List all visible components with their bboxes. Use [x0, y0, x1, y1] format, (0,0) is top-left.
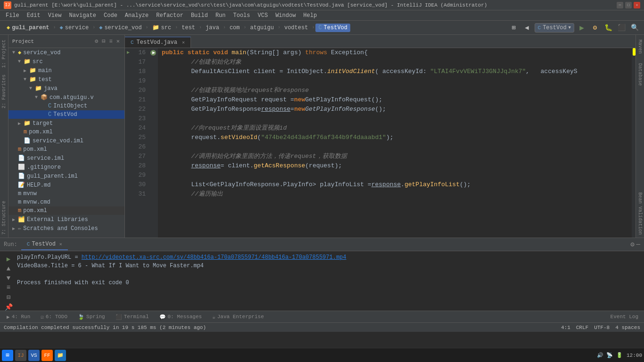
start-button[interactable]: ⊞ — [2, 350, 13, 361]
run-restart-button[interactable]: ▶ — [7, 255, 10, 263]
maven-panel-tab[interactable]: Maven — [636, 37, 644, 57]
sidebar-gear-icon[interactable]: ⚙ — [94, 37, 99, 46]
tree-pom-root[interactable]: ▶ m pom.xml — [8, 145, 124, 154]
tree-mvnw-cmd[interactable]: ▶ m mvnw.cmd — [8, 198, 124, 206]
tab-testvod-java[interactable]: C TestVod.java ✕ — [125, 37, 191, 48]
menu-build[interactable]: Build — [187, 11, 212, 20]
back-button[interactable]: ◀ — [521, 22, 533, 33]
tree-pom-service-vod[interactable]: ▶ m pom.xml — [8, 128, 124, 136]
tree-pom-highlighted[interactable]: ▶ m pom.xml — [8, 206, 124, 215]
debug-button[interactable]: 🐛 — [603, 22, 614, 33]
stop-button[interactable]: ⬛ — [616, 22, 627, 33]
menu-help[interactable]: Help — [299, 11, 321, 20]
run-config-dropdown[interactable]: C TestVod ▼ — [535, 23, 574, 33]
event-log-tab[interactable]: Event Log — [607, 313, 642, 320]
tree-test-vod[interactable]: ▶ C TestVod — [8, 110, 124, 119]
breadcrumb-test[interactable]: test — [179, 24, 198, 32]
sidebar-settings-icon[interactable]: ≡ — [108, 37, 114, 46]
run-scroll-bottom-button[interactable]: ▼ — [7, 274, 10, 282]
tree-service-iml[interactable]: ▶ 📄 service.iml — [8, 154, 124, 163]
tree-com-atguigu[interactable]: ▼ 📦 com.atguigu.v — [8, 93, 124, 102]
run-url-link[interactable]: http://videotest.xa-src.com/sv/48bb416a-… — [82, 254, 347, 261]
database-panel-tab[interactable]: Database — [636, 60, 644, 89]
menu-window[interactable]: Window — [272, 11, 299, 20]
structure-panel-tab[interactable]: 7: Structure — [0, 198, 8, 238]
menu-view[interactable]: View — [44, 11, 66, 20]
menu-run[interactable]: Run — [212, 11, 230, 20]
menu-navigate[interactable]: Navigate — [65, 11, 100, 20]
breadcrumb-service-vod[interactable]: ◆ service_vod — [96, 23, 144, 32]
maximize-button[interactable]: □ — [625, 2, 632, 8]
menu-analyze[interactable]: Analyze — [121, 11, 152, 20]
close-button[interactable]: ✕ — [634, 2, 640, 8]
indent-settings[interactable]: 4 spaces — [615, 325, 640, 330]
minimize-button[interactable]: ─ — [617, 2, 623, 8]
search-button[interactable]: 🔍 — [629, 22, 640, 33]
tab-close-button[interactable]: ✕ — [182, 40, 185, 45]
breadcrumb-atguigu[interactable]: atguigu — [248, 24, 277, 32]
bottom-tab-terminal[interactable]: ⬛ Terminal — [111, 313, 154, 321]
start-icon: ⊞ — [6, 352, 9, 359]
taskbar-file-manager[interactable]: 📁 — [55, 350, 66, 361]
taskbar-intellij[interactable]: IJ — [15, 350, 26, 361]
taskbar-vscode[interactable]: VS — [28, 350, 40, 361]
tree-target[interactable]: ▶ 📁 target — [8, 119, 124, 128]
run-button[interactable]: ▶ — [576, 22, 587, 33]
todo-icon: ☑ — [41, 314, 44, 320]
breadcrumb-com[interactable]: com — [227, 24, 243, 32]
tree-service-vod-iml[interactable]: ▶ 📄 service_vod.iml — [8, 136, 124, 145]
run-clear-button[interactable]: ⊟ — [7, 293, 10, 301]
bottom-tab-todo[interactable]: ☑ 6: TODO — [36, 313, 72, 321]
favorites-panel-tab[interactable]: 2: Favorites — [0, 72, 8, 111]
bottom-tab-spring[interactable]: 🍃 Spring — [73, 313, 110, 321]
code-text-area[interactable]: public static void main(String[] args) t… — [158, 48, 632, 238]
run-wrap-button[interactable]: ≡ — [7, 284, 10, 291]
tree-scratches-consoles[interactable]: ▶ ✏️ Scratches and Consoles — [8, 224, 124, 233]
tree-guli-parent-iml[interactable]: ▶ 📄 guli_parent.iml — [8, 172, 124, 181]
build-button[interactable]: ⚙ — [589, 22, 601, 33]
breadcrumb-vodtest[interactable]: vodtest — [281, 24, 311, 32]
breadcrumb-java[interactable]: java — [203, 24, 222, 32]
breadcrumb-src[interactable]: 📁 src — [149, 23, 174, 32]
menu-code[interactable]: Code — [100, 11, 121, 20]
menu-tools[interactable]: Tools — [230, 11, 254, 20]
breadcrumb-guli-parent[interactable]: ◆ guli_parent — [4, 23, 52, 32]
project-panel-tab[interactable]: 1: Project — [0, 37, 8, 71]
menu-edit[interactable]: Edit — [23, 11, 44, 20]
tree-main[interactable]: ▶ 📁 main — [8, 66, 124, 75]
run-settings-icon[interactable]: ⚙ — [630, 240, 634, 248]
run-tab-close-btn[interactable]: ✕ — [59, 241, 62, 247]
breadcrumb-testvod[interactable]: C TestVod — [315, 24, 350, 32]
editor-scrollbar[interactable] — [632, 48, 636, 238]
taskbar-browser[interactable]: FF — [41, 350, 53, 361]
menu-refactor[interactable]: Refactor — [152, 11, 187, 20]
tree-gitignore[interactable]: ▶ ⬜ .gitignore — [8, 163, 124, 172]
cursor-position[interactable]: 4:1 — [561, 325, 570, 330]
run-pin-button[interactable]: 📌 — [5, 303, 13, 311]
run-minimize-icon[interactable]: ─ — [636, 241, 640, 248]
menu-vcs[interactable]: VCS — [254, 11, 272, 20]
tree-help-md[interactable]: ▶ 📝 HELP.md — [8, 181, 124, 189]
tree-external-libraries[interactable]: ▶ 🗂️ External Libraries — [8, 215, 124, 224]
bottom-tab-java-enterprise[interactable]: ☕ Java Enterprise — [207, 313, 269, 321]
run-line-icon[interactable] — [150, 49, 157, 56]
run-arrow-icon[interactable]: ▶ — [127, 48, 130, 58]
menu-file[interactable]: File — [2, 11, 23, 20]
bean-validation-panel-tab[interactable]: Bean Validation — [636, 189, 644, 238]
sidebar-layout-icon[interactable]: ⊟ — [101, 37, 106, 46]
breadcrumb-service[interactable]: ◆ service — [57, 23, 91, 32]
bottom-tab-messages[interactable]: 💬 0: Messages — [155, 313, 207, 321]
run-tab-testvod[interactable]: C TestVod ✕ — [21, 239, 68, 250]
tree-src[interactable]: ▼ 📁 src — [8, 57, 124, 66]
line-ending[interactable]: CRLF — [576, 325, 588, 330]
tree-test[interactable]: ▼ 📁 test — [8, 75, 124, 84]
tree-java[interactable]: ▼ 📁 java — [8, 84, 124, 93]
tree-service-vod[interactable]: ▼ ◆ service_vod — [8, 48, 124, 57]
sidebar-close-icon[interactable]: ✕ — [116, 37, 121, 46]
bottom-tab-run[interactable]: ▶ 4: Run — [2, 313, 35, 321]
run-scroll-top-button[interactable]: ▲ — [7, 265, 10, 272]
encoding[interactable]: UTF-8 — [594, 325, 610, 330]
tree-mvnw[interactable]: ▶ m mvnw — [8, 189, 124, 198]
expand-window-button[interactable]: ⊞ — [508, 22, 520, 33]
tree-init-object[interactable]: ▶ C InitObject — [8, 102, 124, 110]
